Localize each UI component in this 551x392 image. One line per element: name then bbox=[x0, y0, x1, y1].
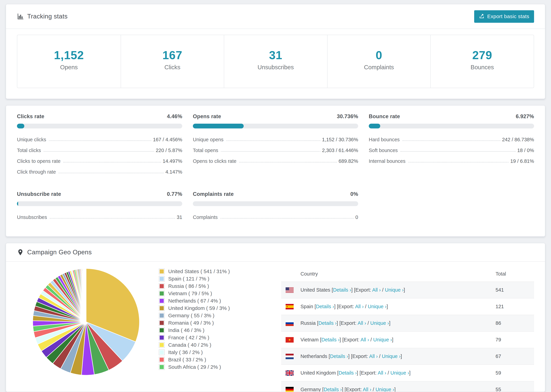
rate-value: 0% bbox=[350, 191, 358, 197]
export-all-link[interactable]: All › bbox=[372, 287, 381, 293]
slash: / bbox=[369, 337, 373, 343]
details-link[interactable]: Details › bbox=[318, 320, 337, 326]
details-link[interactable]: Details › bbox=[321, 337, 339, 343]
legend-swatch bbox=[160, 343, 164, 347]
progress-fill bbox=[193, 124, 244, 128]
slash: / bbox=[366, 320, 370, 326]
details-link[interactable]: Details › bbox=[316, 304, 334, 309]
summary-value: 167 bbox=[121, 49, 224, 62]
legend-swatch bbox=[160, 277, 164, 281]
country-name: Vietnam bbox=[300, 337, 320, 343]
dotted-leader bbox=[400, 151, 516, 152]
bracket: ] bbox=[387, 304, 388, 309]
export-all-link[interactable]: All › bbox=[369, 354, 378, 359]
rate-header: Complaints rate0% bbox=[193, 191, 358, 197]
tracking-stats-header: Tracking stats Export basic stats bbox=[6, 4, 545, 28]
dotted-leader bbox=[239, 162, 337, 162]
summary-stat-bounces: 279Bounces bbox=[430, 35, 534, 88]
rate-title: Opens rate bbox=[193, 113, 221, 119]
legend-label: Netherlands ( 67 / 4% ) bbox=[168, 298, 221, 304]
table-header-row: CountryTotal bbox=[281, 266, 534, 281]
progress-fill bbox=[369, 124, 380, 128]
stat-label: Soft bounces bbox=[369, 147, 398, 153]
dotted-leader bbox=[221, 151, 320, 152]
export-unique-link[interactable]: Unique › bbox=[373, 337, 392, 343]
ru-flag-icon bbox=[286, 321, 294, 326]
country-name: United Kingdom bbox=[300, 370, 337, 376]
legend-swatch bbox=[160, 314, 164, 318]
total-cell: 86 bbox=[495, 320, 534, 326]
stat-value: 220 / 5.87% bbox=[156, 147, 182, 153]
legend-swatch bbox=[160, 336, 164, 340]
export-all-link[interactable]: All › bbox=[358, 320, 366, 326]
export-all-link[interactable]: All › bbox=[360, 337, 369, 343]
table-row-russia: Russia [Details ›] [Export: All › / Uniq… bbox=[281, 315, 534, 331]
summary-value: 1,152 bbox=[17, 49, 121, 62]
summary-label: Unsubscribes bbox=[224, 64, 327, 71]
bracket: [ bbox=[329, 354, 330, 359]
stat-line: Soft bounces18 / 0% bbox=[369, 145, 534, 156]
legend-item: Brazil ( 33 / 2% ) bbox=[160, 357, 273, 363]
export-unique-link[interactable]: Unique › bbox=[382, 354, 401, 359]
bracket: ] bbox=[389, 320, 390, 326]
dotted-leader bbox=[220, 218, 354, 219]
progress-bar bbox=[17, 201, 182, 206]
stat-value: 167 / 4.456% bbox=[153, 137, 182, 142]
export-unique-link[interactable]: Unique › bbox=[368, 304, 387, 309]
bracket: ] bbox=[394, 387, 396, 392]
legend-item: United States ( 541 / 31% ) bbox=[160, 268, 273, 274]
stat-value: 19 / 6.81% bbox=[510, 158, 534, 164]
rate-lines: Unique clicks167 / 4.456%Total clicks220… bbox=[17, 134, 182, 177]
legend-swatch bbox=[160, 284, 164, 288]
stat-label: Clicks to opens rate bbox=[17, 158, 61, 164]
stat-value: 242 / 86.738% bbox=[502, 137, 534, 142]
stat-label: Click through rate bbox=[17, 169, 56, 175]
legend-swatch bbox=[160, 358, 164, 362]
legend-swatch bbox=[160, 299, 164, 303]
rate-header: Clicks rate4.46% bbox=[17, 113, 182, 119]
export-basic-stats-button[interactable]: Export basic stats bbox=[474, 10, 534, 23]
summary-value: 0 bbox=[327, 49, 431, 62]
column-header-country: Country bbox=[281, 271, 495, 277]
progress-fill bbox=[17, 124, 24, 128]
bracket: ] [ bbox=[342, 387, 346, 392]
country-cell: Germany [Details ›] [Export: All › / Uni… bbox=[300, 387, 495, 392]
details-link[interactable]: Details › bbox=[324, 387, 342, 392]
legend-item: South Africa ( 29 / 2% ) bbox=[160, 364, 273, 370]
slash: / bbox=[386, 370, 390, 376]
stat-label: Complaints bbox=[193, 215, 218, 220]
export-unique-link[interactable]: Unique › bbox=[370, 320, 389, 326]
rate-value: 4.46% bbox=[167, 113, 182, 119]
rate-lines: Unsubscribes31 bbox=[17, 212, 182, 223]
export-all-link[interactable]: All › bbox=[355, 304, 364, 309]
rate-title: Complaints rate bbox=[193, 191, 234, 197]
progress-bar bbox=[17, 124, 182, 128]
legend-swatch bbox=[160, 365, 164, 369]
column-header-total: Total bbox=[495, 271, 534, 277]
legend-swatch bbox=[160, 321, 164, 325]
slash: / bbox=[378, 354, 382, 359]
details-link[interactable]: Details › bbox=[330, 354, 348, 359]
stat-line: Unsubscribes31 bbox=[17, 212, 182, 223]
details-link[interactable]: Details › bbox=[333, 287, 351, 293]
summary-stat-unsubscribes: 31Unsubscribes bbox=[224, 35, 327, 88]
country-name: Russia bbox=[300, 320, 317, 326]
details-link[interactable]: Details › bbox=[339, 370, 357, 376]
export-unique-link[interactable]: Unique › bbox=[375, 387, 394, 392]
export-unique-link[interactable]: Unique › bbox=[385, 287, 404, 293]
rate-title: Bounce rate bbox=[369, 113, 400, 119]
us-flag-icon bbox=[286, 287, 294, 293]
legend-item: Canada ( 40 / 2% ) bbox=[160, 342, 273, 348]
gb-flag-icon bbox=[286, 370, 294, 376]
export-button-label: Export basic stats bbox=[487, 14, 529, 19]
export-unique-link[interactable]: Unique › bbox=[390, 370, 409, 376]
export-label: Export: bbox=[341, 320, 357, 326]
legend-item: France ( 42 / 2% ) bbox=[160, 335, 273, 341]
stat-line: Opens to clicks rate689.82% bbox=[193, 156, 358, 167]
rate-header: Bounce rate6.927% bbox=[369, 113, 534, 119]
export-all-link[interactable]: All › bbox=[378, 370, 386, 376]
legend-label: Romania ( 49 / 3% ) bbox=[168, 320, 214, 326]
legend-label: India ( 46 / 3% ) bbox=[168, 327, 205, 333]
total-cell: 121 bbox=[495, 304, 534, 309]
export-all-link[interactable]: All › bbox=[363, 387, 371, 392]
